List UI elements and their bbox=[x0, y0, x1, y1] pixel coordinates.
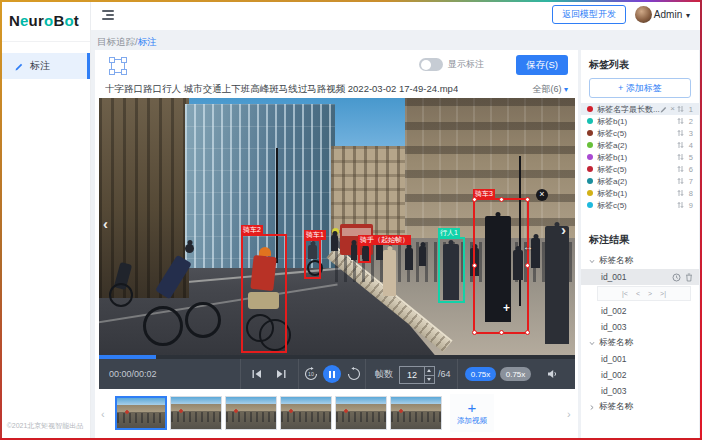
menu-fold-icon[interactable] bbox=[102, 10, 114, 20]
next-frame-button[interactable] bbox=[275, 359, 287, 389]
label-row[interactable]: 标签a(2) 7 bbox=[581, 175, 699, 187]
rewind-10-button[interactable]: 10 bbox=[304, 359, 318, 389]
video-title: 十字路口路口行人 城市交通上下班高峰斑马线过马路视频 2022-03-02 17… bbox=[105, 83, 458, 96]
frame-number-stepper[interactable]: 12 bbox=[399, 366, 435, 384]
sort-icon[interactable] bbox=[677, 153, 684, 161]
annotation-results: 标注结果 标签名称 id_001 |< < > >| id_002 id_003… bbox=[581, 233, 699, 415]
bbox-rider3-selected[interactable]: 骑车3 bbox=[473, 198, 529, 334]
label-row[interactable]: 标签c(5) 3 bbox=[581, 127, 699, 139]
sort-icon[interactable] bbox=[677, 201, 684, 209]
pager-last-icon[interactable]: >| bbox=[660, 290, 666, 297]
label-row[interactable]: 标签c(5) 6 bbox=[581, 163, 699, 175]
video-thumbnail-4[interactable] bbox=[280, 396, 332, 430]
resize-handle[interactable] bbox=[499, 197, 504, 202]
video-thumbnail-2[interactable] bbox=[170, 396, 222, 430]
result-item[interactable]: id_001 bbox=[581, 269, 699, 285]
resize-handle[interactable] bbox=[472, 330, 477, 335]
sort-icon[interactable] bbox=[677, 189, 684, 197]
cyclist-body bbox=[331, 235, 338, 251]
delete-label-icon[interactable]: × bbox=[670, 105, 675, 113]
bbox-rider-startframe[interactable]: 骑手（起始帧） bbox=[358, 244, 371, 263]
sort-icon[interactable] bbox=[677, 129, 684, 137]
speed-pill-inactive[interactable]: 0.75x bbox=[500, 367, 531, 381]
step-down-icon[interactable] bbox=[425, 376, 434, 384]
prev-frame-chevron[interactable]: ‹ bbox=[103, 216, 108, 231]
thumbs-scroll-left-chevron[interactable]: ‹ bbox=[101, 408, 105, 420]
bbox-rider2[interactable]: 骑车2 bbox=[241, 234, 287, 353]
add-label-button[interactable]: + 添加标签 bbox=[589, 78, 691, 98]
result-group[interactable]: 标签名称 bbox=[581, 253, 699, 269]
save-button[interactable]: 保存(S) bbox=[516, 55, 568, 75]
resize-handle[interactable] bbox=[525, 263, 530, 268]
pedestrian-figure bbox=[419, 246, 426, 266]
result-item[interactable]: id_003 bbox=[581, 319, 699, 335]
forward-10-button[interactable] bbox=[347, 359, 361, 389]
label-color-dot bbox=[587, 202, 593, 208]
edit-pencil-icon[interactable] bbox=[660, 105, 668, 113]
sort-icon[interactable] bbox=[677, 165, 684, 173]
trash-icon[interactable] bbox=[685, 273, 693, 282]
avatar[interactable] bbox=[635, 6, 652, 23]
pager-next-icon[interactable]: > bbox=[648, 290, 652, 297]
label-row[interactable]: 标签b(1) 5 bbox=[581, 151, 699, 163]
result-id: id_002 bbox=[601, 306, 627, 316]
sidebar-item-annotate[interactable]: 标注 bbox=[0, 53, 90, 79]
label-row[interactable]: 标签b(1) 8 bbox=[581, 187, 699, 199]
video-thumbnail-1[interactable] bbox=[115, 396, 167, 430]
volume-icon[interactable] bbox=[547, 359, 558, 389]
results-title: 标注结果 bbox=[581, 233, 699, 253]
step-up-icon[interactable] bbox=[425, 367, 434, 376]
label-name: 标签a(2) bbox=[597, 140, 677, 151]
result-item[interactable]: id_001 bbox=[581, 351, 699, 367]
add-video-button[interactable]: + 添加视频 bbox=[450, 394, 494, 432]
label-index: 5 bbox=[686, 153, 693, 162]
pause-button[interactable] bbox=[323, 365, 341, 383]
prev-frame-button[interactable] bbox=[251, 359, 263, 389]
resize-handle[interactable] bbox=[472, 263, 477, 268]
bbox-rider1[interactable]: 骑车1 bbox=[304, 239, 321, 279]
resize-handle[interactable] bbox=[525, 330, 530, 335]
speed-pill-active[interactable]: 0.75x bbox=[465, 367, 496, 381]
result-group[interactable]: 标签名称 bbox=[581, 335, 699, 351]
breadcrumb-parent[interactable]: 目标追踪 bbox=[97, 36, 135, 47]
user-menu[interactable]: Admin ▾ bbox=[654, 9, 690, 20]
video-thumbnail-3[interactable] bbox=[225, 396, 277, 430]
result-group-name: 标签名称 bbox=[599, 337, 633, 349]
frame-number-value[interactable]: 12 bbox=[400, 367, 424, 383]
label-color-dot bbox=[587, 154, 593, 160]
sort-icon[interactable] bbox=[677, 105, 684, 113]
pager-first-icon[interactable]: |< bbox=[622, 290, 628, 297]
label-row[interactable]: 标签a(2) 4 bbox=[581, 139, 699, 151]
resize-handle[interactable] bbox=[525, 197, 530, 202]
delete-box-icon[interactable]: × bbox=[536, 189, 548, 201]
thumbs-scroll-right-chevron[interactable]: › bbox=[567, 408, 571, 420]
video-canvas[interactable]: ‹ › 骑车2 骑车1 骑手（起始帧） 行人1 骑车3 bbox=[99, 98, 575, 355]
sort-icon[interactable] bbox=[677, 177, 684, 185]
back-to-model-dev-button[interactable]: 返回模型开发 bbox=[552, 5, 626, 24]
cyclist-wheel bbox=[185, 302, 221, 338]
video-thumbnail-5[interactable] bbox=[335, 396, 387, 430]
result-group[interactable]: 标签名称 bbox=[581, 399, 699, 415]
result-item[interactable]: id_002 bbox=[581, 303, 699, 319]
resize-handle[interactable] bbox=[499, 330, 504, 335]
rect-select-tool[interactable] bbox=[111, 59, 125, 73]
bbox-pedestrian1[interactable]: 行人1 bbox=[438, 237, 465, 303]
next-frame-chevron[interactable]: › bbox=[561, 222, 566, 237]
chevron-down-icon: ▾ bbox=[564, 85, 568, 94]
chevron-down-icon bbox=[589, 259, 595, 264]
show-annotation-toggle[interactable] bbox=[419, 58, 443, 71]
capture-border-top bbox=[0, 0, 702, 2]
result-item[interactable]: id_003 bbox=[581, 383, 699, 399]
resize-handle[interactable] bbox=[472, 197, 477, 202]
clock-icon[interactable] bbox=[672, 273, 681, 282]
video-thumbnail-6[interactable] bbox=[390, 396, 442, 430]
label-row[interactable]: 标签b(1) 2 bbox=[581, 115, 699, 127]
label-row[interactable]: 标签c(5) 9 bbox=[581, 199, 699, 211]
pager-prev-icon[interactable]: < bbox=[636, 290, 640, 297]
stepper-arrows bbox=[424, 367, 434, 383]
filter-dropdown[interactable]: 全部(6) ▾ bbox=[532, 83, 568, 96]
label-row[interactable]: 标签名字最长数... × 1 bbox=[581, 103, 699, 115]
sort-icon[interactable] bbox=[677, 141, 684, 149]
sort-icon[interactable] bbox=[677, 117, 684, 125]
result-item[interactable]: id_002 bbox=[581, 367, 699, 383]
